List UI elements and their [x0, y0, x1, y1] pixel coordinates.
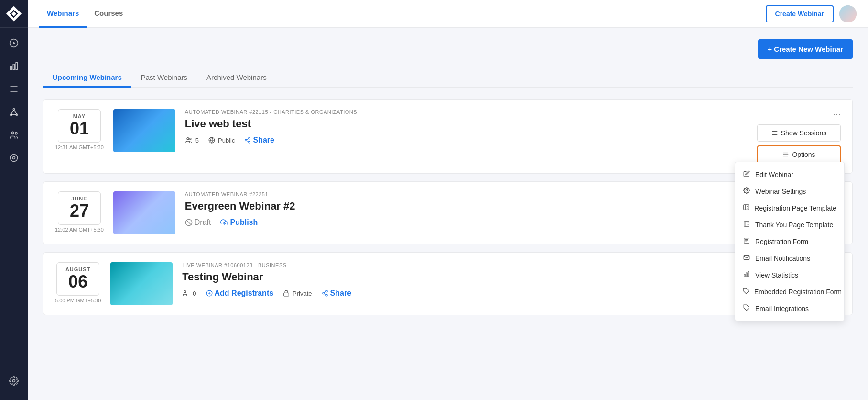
- svg-point-59: [326, 294, 327, 296]
- dropdown-email-notifications[interactable]: Email Notifications: [735, 250, 844, 267]
- svg-rect-43: [744, 255, 749, 259]
- svg-rect-45: [746, 273, 747, 277]
- svg-point-36: [746, 189, 748, 191]
- webinar-thumbnail-3: [110, 262, 173, 305]
- settings-icon: [743, 187, 750, 195]
- sidebar-item-settings-circle[interactable]: [0, 146, 28, 169]
- edit-icon: [743, 170, 750, 178]
- svg-point-57: [326, 290, 327, 292]
- draft-status: Draft: [185, 218, 211, 227]
- integrations-icon: [743, 304, 750, 312]
- svg-rect-38: [744, 222, 749, 227]
- svg-line-29: [247, 139, 249, 140]
- dropdown-webinar-settings[interactable]: Webinar Settings: [735, 183, 844, 200]
- webinar-meta-2: Draft Publish: [185, 218, 745, 227]
- dropdown-edit-webinar[interactable]: Edit Webinar: [735, 166, 844, 183]
- svg-point-22: [189, 138, 191, 140]
- visibility-3: Private: [283, 290, 312, 297]
- webinar-meta-1: 5 Public Share: [185, 136, 745, 144]
- svg-line-14: [14, 110, 17, 114]
- svg-point-10: [13, 109, 14, 110]
- day-label-3: 06: [63, 272, 93, 291]
- svg-point-20: [13, 380, 15, 382]
- svg-point-19: [13, 157, 15, 159]
- time-label-3: 5:00 PM GMT+5:30: [55, 298, 101, 303]
- thankyou-icon: [743, 221, 750, 229]
- statistics-icon: [743, 271, 750, 279]
- sidebar-item-network[interactable]: [0, 100, 28, 123]
- webinar-card-2: JUNE 27 12:02 AM GMT+5:30 AUTOMATED WEBI…: [43, 181, 853, 244]
- nav-actions: Create Webinar: [766, 5, 857, 22]
- webinar-info-3: LIVE WEBINAR #10600123 - BUSINESS Testin…: [182, 262, 745, 298]
- svg-rect-56: [284, 293, 289, 296]
- svg-line-28: [247, 141, 249, 142]
- webinar-title-3: Testing Webinar: [182, 271, 745, 283]
- tab-courses[interactable]: Courses: [87, 0, 130, 28]
- dropdown-thankyou-page[interactable]: Thank You Page Template: [735, 216, 844, 233]
- subtab-past[interactable]: Past Webinars: [131, 68, 197, 88]
- content-area: + Create New Webinar Upcoming Webinars P…: [28, 28, 868, 400]
- create-new-bar: + Create New Webinar: [43, 39, 853, 59]
- svg-point-27: [249, 141, 250, 143]
- dropdown-view-statistics[interactable]: View Statistics: [735, 267, 844, 283]
- tab-webinars[interactable]: Webinars: [39, 0, 87, 28]
- logo[interactable]: [0, 0, 28, 28]
- sub-tabs: Upcoming Webinars Past Webinars Archived…: [43, 68, 853, 88]
- svg-point-18: [11, 155, 18, 162]
- webinar-title-2: Evergreen Webinar #2: [185, 200, 745, 212]
- dropdown-embedded-form[interactable]: Embedded Registration Form: [735, 283, 844, 300]
- dropdown-registration-page[interactable]: Registration Page Template: [735, 200, 844, 216]
- options-button-1[interactable]: Options: [757, 145, 841, 164]
- embedded-icon: [743, 288, 749, 296]
- svg-rect-6: [16, 63, 17, 70]
- svg-rect-44: [744, 274, 745, 277]
- sidebar-item-gear[interactable]: [0, 369, 28, 392]
- sidebar-item-list[interactable]: [0, 78, 28, 100]
- dropdown-email-integrations[interactable]: Email Integrations: [735, 300, 844, 317]
- svg-marker-3: [13, 42, 15, 45]
- svg-line-60: [324, 294, 326, 295]
- visibility-1: Public: [208, 137, 235, 144]
- logo-diamond: [6, 6, 22, 22]
- svg-line-50: [186, 220, 191, 225]
- webinar-card-3: AUGUST 06 5:00 PM GMT+5:30 LIVE WEBINAR …: [43, 252, 853, 315]
- webinar-card-1: MAY 01 12:31 AM GMT+5:30 AUTOMATED WEBIN…: [43, 99, 853, 174]
- webinar-thumbnail-2: [113, 191, 175, 234]
- svg-point-16: [11, 132, 14, 134]
- publish-link[interactable]: Publish: [220, 218, 258, 227]
- create-new-webinar-button[interactable]: + Create New Webinar: [758, 39, 853, 59]
- form-icon: [743, 237, 750, 245]
- show-sessions-button[interactable]: Show Sessions: [757, 124, 841, 142]
- svg-point-21: [187, 138, 189, 140]
- svg-line-61: [324, 292, 326, 293]
- kebab-menu-1[interactable]: ···: [833, 109, 841, 119]
- day-label-2: 27: [64, 201, 95, 221]
- subtab-archived[interactable]: Archived Webinars: [197, 68, 276, 88]
- sidebar-item-people[interactable]: [0, 123, 28, 146]
- sidebar: [0, 0, 28, 400]
- svg-rect-46: [748, 272, 749, 277]
- subtab-upcoming[interactable]: Upcoming Webinars: [43, 68, 131, 88]
- webinar-date-1: MAY 01: [58, 109, 101, 143]
- time-label: 12:31 AM GMT+5:30: [55, 144, 104, 150]
- main-content: Webinars Courses Create Webinar + Create…: [28, 0, 868, 400]
- day-label: 01: [64, 119, 95, 138]
- sidebar-item-analytics[interactable]: [0, 55, 28, 78]
- sidebar-item-play[interactable]: [0, 32, 28, 55]
- email-icon: [743, 254, 750, 262]
- add-registrants-link[interactable]: Add Registrants: [206, 289, 274, 298]
- share-link-1[interactable]: Share: [244, 136, 274, 144]
- webinar-label-3: LIVE WEBINAR #10600123 - BUSINESS: [182, 262, 745, 268]
- card-actions-1: ··· Show Sessions Options: [755, 109, 841, 164]
- create-webinar-button[interactable]: Create Webinar: [766, 5, 834, 22]
- share-link-3[interactable]: Share: [322, 289, 351, 298]
- attendees-3: 0: [182, 289, 196, 297]
- user-avatar[interactable]: [839, 5, 857, 22]
- dropdown-registration-form[interactable]: Registration Form: [735, 233, 844, 250]
- reg-page-icon: [743, 204, 749, 212]
- webinar-info-1: AUTOMATED WEBINAR #22115 - CHARITIES & O…: [185, 109, 745, 144]
- svg-point-25: [249, 137, 250, 139]
- svg-point-58: [322, 292, 324, 294]
- options-dropdown: Edit Webinar Webinar Settings Registrati…: [735, 162, 845, 321]
- attendees-1: 5: [185, 136, 199, 144]
